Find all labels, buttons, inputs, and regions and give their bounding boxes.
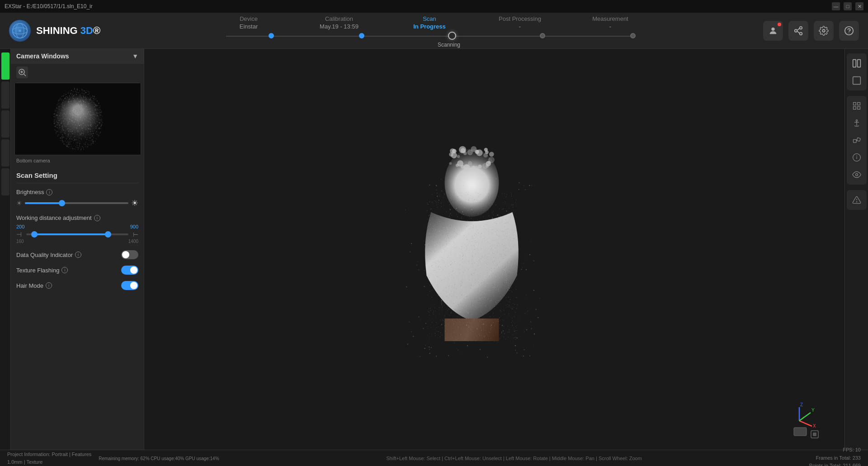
data-quality-info-icon[interactable]: i: [75, 252, 81, 258]
single-view-icon: [852, 76, 861, 85]
3d-viewport[interactable]: Z X Y: [144, 49, 844, 466]
distance-values: 200 900: [16, 224, 138, 229]
workflow-dot-2: Scanning: [448, 32, 456, 40]
distance-track: [26, 233, 128, 235]
camera-zoom-button[interactable]: [16, 67, 28, 78]
screenshot-icon[interactable]: [810, 430, 819, 441]
info-button[interactable]: [849, 149, 865, 166]
tools-toolbar-group: [847, 96, 867, 185]
svg-text:X: X: [813, 423, 816, 428]
brightness-low-icon: ☀: [16, 200, 22, 207]
distance-slider-row: ⊣ ⊢: [16, 231, 138, 238]
svg-line-16: [24, 74, 26, 76]
workflow-dot-4: [630, 33, 636, 38]
svg-line-8: [797, 28, 800, 30]
svg-point-7: [800, 32, 802, 35]
brightness-slider-row: ☀ ☀: [16, 198, 138, 208]
anchor-button[interactable]: [849, 115, 865, 131]
workflow-step-measurement: Measurement -: [565, 15, 656, 30]
svg-point-33: [856, 120, 857, 121]
workflow-step-postprocessing: Post Processing -: [475, 15, 565, 30]
brightness-slider[interactable]: [25, 202, 128, 204]
split-view-button[interactable]: [849, 55, 865, 71]
brightness-high-icon: ☀: [131, 198, 138, 208]
working-distance-setting: Working distance adjustment i 200 900 ⊣ …: [16, 214, 138, 244]
sidebar-strip-button-active[interactable]: [1, 52, 9, 80]
workflow-step-device: Device Einstar: [203, 15, 294, 30]
warning-button[interactable]: [849, 192, 865, 208]
fps-info: FPS: 10 Frames in Total: 233 Points in T…: [809, 446, 861, 466]
anchor-icon: [852, 119, 861, 128]
svg-point-41: [855, 174, 858, 176]
frames-total: Frames in Total: 233: [809, 454, 861, 462]
close-button[interactable]: ✕: [855, 2, 863, 10]
grid-button[interactable]: [849, 98, 865, 114]
camera-collapse-button[interactable]: ▼: [132, 52, 138, 60]
info-icon: [852, 153, 861, 162]
share-icon: [793, 26, 803, 36]
hair-mode-info-icon[interactable]: i: [46, 282, 52, 289]
texture-flashing-toggle[interactable]: [121, 266, 138, 275]
header-icons: [750, 21, 859, 41]
sidebar-strip-button-3[interactable]: [1, 139, 9, 166]
logo-icon: [9, 20, 31, 42]
distance-right-icon: ⊢: [133, 231, 138, 238]
svg-rect-26: [853, 60, 856, 67]
sidebar-strip-button-1[interactable]: [1, 81, 9, 109]
logo-area: SHINING 3D®: [9, 20, 108, 42]
brightness-info-icon[interactable]: i: [46, 189, 52, 195]
data-quality-toggle[interactable]: [121, 250, 138, 259]
maximize-button[interactable]: □: [844, 2, 852, 10]
texture-flashing-info-icon[interactable]: i: [61, 267, 68, 273]
svg-rect-27: [857, 60, 860, 67]
hair-mode-setting: Hair Mode i: [16, 281, 138, 290]
help-button[interactable]: [839, 21, 859, 41]
eye-icon: [852, 170, 861, 179]
distance-fill: [34, 233, 108, 235]
svg-line-19: [799, 421, 812, 426]
svg-rect-28: [853, 77, 860, 85]
hair-mode-toggle[interactable]: [121, 281, 138, 290]
data-quality-label: Data Quality Indicator i: [16, 252, 81, 258]
transform-button[interactable]: [849, 132, 865, 148]
fps-value: FPS: 10: [809, 446, 861, 454]
distance-thumb-right[interactable]: [105, 231, 111, 238]
distance-scale: 160 1400: [16, 239, 138, 244]
settings-button[interactable]: [814, 21, 834, 41]
single-view-button[interactable]: [849, 72, 865, 89]
svg-rect-36: [853, 139, 856, 143]
svg-point-3: [19, 29, 21, 32]
working-distance-info-icon[interactable]: i: [94, 215, 100, 221]
left-panel: Camera Windows ▼ Bottom camera: [11, 49, 144, 466]
user-icon: [768, 26, 778, 36]
statusbar: Project Information: Portrait | Features…: [0, 450, 868, 466]
texture-flashing-toggle-row: Texture Flashing i: [16, 266, 138, 275]
texture-flashing-setting: Texture Flashing i: [16, 266, 138, 275]
logo-text: SHINING 3D®: [36, 25, 100, 37]
data-quality-toggle-row: Data Quality Indicator i: [16, 250, 138, 259]
header: SHINING 3D® Device Einstar Calibration M…: [0, 13, 868, 49]
svg-rect-30: [857, 103, 860, 105]
svg-point-10: [822, 29, 825, 32]
svg-point-5: [800, 26, 802, 29]
svg-rect-31: [853, 107, 856, 109]
main-layout: Camera Windows ▼ Bottom camera: [0, 49, 868, 466]
memory-info: Remaining memory: 62% CPU usage:40% GPU …: [99, 456, 219, 461]
distance-thumb-left[interactable]: [31, 231, 38, 238]
share-button[interactable]: [788, 21, 808, 41]
minimize-button[interactable]: —: [832, 2, 840, 10]
svg-point-43: [856, 201, 857, 202]
gear-icon: [819, 26, 829, 36]
workflow-dot-1: [359, 33, 364, 38]
distance-left-icon: ⊣: [16, 231, 22, 238]
camera-label: Bottom camera: [11, 157, 144, 167]
workflow-steps: Device Einstar Calibration May.19 - 13:5…: [108, 15, 750, 30]
visibility-button[interactable]: [849, 166, 865, 183]
svg-rect-32: [857, 107, 860, 109]
sidebar-strip-button-2[interactable]: [1, 110, 9, 138]
help-icon: [844, 26, 854, 36]
window-title: EXStar - E:/E10/0517/1/1.sln_E10_ir: [5, 3, 832, 10]
left-sidebar-strip: [0, 49, 11, 466]
sidebar-strip-button-4[interactable]: [1, 168, 9, 195]
user-profile-button[interactable]: [763, 21, 783, 41]
